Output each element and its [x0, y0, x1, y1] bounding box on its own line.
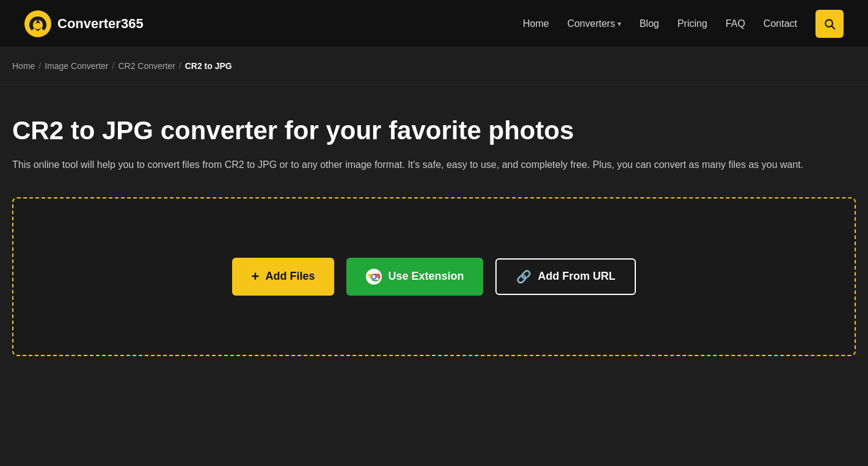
- nav-home[interactable]: Home: [523, 18, 549, 29]
- chevron-down-icon: ▾: [618, 20, 621, 28]
- logo-icon: [24, 10, 51, 37]
- page-title: CR2 to JPG converter for your favorite p…: [12, 115, 856, 146]
- main-nav: Home Converters ▾ Blog Pricing FAQ Conta…: [523, 10, 844, 38]
- breadcrumb-sep-2: /: [112, 61, 115, 71]
- add-files-label: Add Files: [265, 270, 315, 283]
- breadcrumb-image-converter[interactable]: Image Converter: [45, 61, 108, 71]
- add-from-url-label: Add From URL: [538, 270, 615, 283]
- svg-line-2: [832, 26, 835, 29]
- main-content: CR2 to JPG converter for your favorite p…: [0, 85, 868, 393]
- dropzone-buttons: + Add Files Use Extension 🔗 Add From URL: [232, 258, 636, 296]
- nav-blog[interactable]: Blog: [640, 18, 659, 29]
- breadcrumb: Home / Image Converter / CR2 Converter /…: [0, 48, 868, 85]
- nav-converters[interactable]: Converters ▾: [567, 18, 621, 29]
- logo[interactable]: Converter365: [24, 10, 144, 37]
- page-description: This online tool will help you to conver…: [12, 157, 855, 173]
- nav-pricing[interactable]: Pricing: [677, 18, 707, 29]
- search-button[interactable]: [815, 10, 844, 38]
- svg-point-0: [24, 10, 51, 37]
- breadcrumb-current: CR2 to JPG: [185, 61, 232, 71]
- logo-text: Converter365: [57, 16, 144, 32]
- use-extension-label: Use Extension: [388, 270, 464, 283]
- breadcrumb-home[interactable]: Home: [12, 61, 35, 71]
- breadcrumb-sep-1: /: [38, 61, 41, 71]
- plus-icon: +: [252, 269, 260, 285]
- nav-faq[interactable]: FAQ: [726, 18, 745, 29]
- add-files-button[interactable]: + Add Files: [232, 258, 335, 296]
- chrome-icon: [366, 269, 382, 285]
- dropzone[interactable]: + Add Files Use Extension 🔗 Add From URL: [12, 197, 856, 356]
- add-from-url-button[interactable]: 🔗 Add From URL: [495, 258, 636, 295]
- breadcrumb-sep-3: /: [179, 61, 181, 71]
- search-icon: [823, 18, 836, 30]
- nav-contact[interactable]: Contact: [764, 18, 797, 29]
- breadcrumb-cr2-converter[interactable]: CR2 Converter: [118, 61, 175, 71]
- link-icon: 🔗: [516, 269, 531, 284]
- use-extension-button[interactable]: Use Extension: [346, 258, 483, 296]
- svg-point-6: [373, 275, 376, 278]
